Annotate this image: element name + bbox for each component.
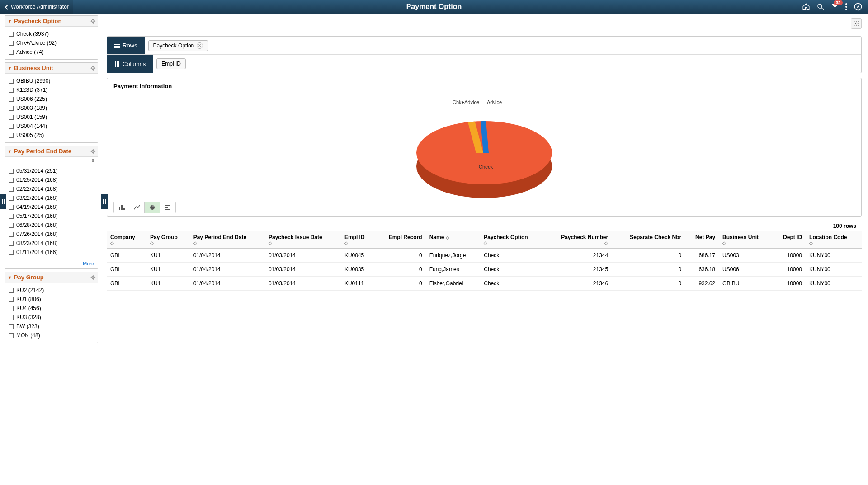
checkbox-icon[interactable] bbox=[9, 115, 14, 120]
facet-header-pay-group[interactable]: ▼ Pay Group ✥ bbox=[5, 272, 98, 283]
col-empl-record[interactable]: Empl Record bbox=[375, 231, 426, 249]
col-dept-id[interactable]: Dept ID bbox=[773, 231, 806, 249]
facet-item[interactable]: KU1 (806) bbox=[9, 295, 94, 304]
move-handle-icon[interactable]: ✥ bbox=[90, 18, 96, 25]
checkbox-icon[interactable] bbox=[9, 178, 14, 183]
settings-button[interactable] bbox=[851, 18, 862, 29]
facet-item[interactable]: Chk+Advice (92) bbox=[9, 38, 94, 47]
table-row[interactable]: GBIKU101/04/201401/03/2014KU00350Fung,Ja… bbox=[107, 263, 862, 277]
close-icon[interactable]: ✕ bbox=[197, 42, 203, 49]
gear-icon bbox=[853, 20, 859, 27]
bar-chart-button[interactable] bbox=[114, 202, 129, 213]
facet-header-business-unit[interactable]: ▼ Business Unit ✥ bbox=[5, 63, 98, 74]
chart-card: Payment Information Chk+Advice Advice Ch… bbox=[107, 78, 862, 217]
checkbox-icon[interactable] bbox=[9, 315, 14, 320]
facet-item[interactable]: Advice (74) bbox=[9, 47, 94, 57]
facet-item[interactable]: US001 (159) bbox=[9, 113, 94, 122]
line-chart-button[interactable] bbox=[129, 202, 145, 213]
checkbox-icon[interactable] bbox=[9, 306, 14, 311]
rows-drop-zone[interactable]: Rows Paycheck Option ✕ bbox=[107, 37, 861, 55]
move-handle-icon[interactable]: ✥ bbox=[90, 274, 96, 281]
col-net-pay[interactable]: Net Pay bbox=[685, 231, 719, 249]
col-location-code[interactable]: Location Code◇ bbox=[806, 231, 862, 249]
col-empl-id[interactable]: Empl ID◇ bbox=[341, 231, 375, 249]
facet-item[interactable]: 01/25/2014 (168) bbox=[9, 175, 94, 184]
col-separate-check[interactable]: Separate Check Nbr bbox=[612, 231, 685, 249]
checkbox-icon[interactable] bbox=[9, 288, 14, 293]
checkbox-icon[interactable] bbox=[9, 214, 14, 219]
facet-item[interactable]: Check (3937) bbox=[9, 29, 94, 38]
more-menu-icon[interactable] bbox=[845, 3, 847, 10]
table-row[interactable]: GBIKU101/04/201401/03/2014KU00450Enrique… bbox=[107, 249, 862, 263]
checkbox-icon[interactable] bbox=[9, 133, 14, 138]
move-handle-icon[interactable]: ✥ bbox=[90, 65, 96, 72]
checkbox-icon[interactable] bbox=[9, 196, 14, 201]
checkbox-icon[interactable] bbox=[9, 297, 14, 302]
facet-item[interactable]: 06/28/2014 (168) bbox=[9, 221, 94, 230]
facet-item[interactable]: 05/31/2014 (251) bbox=[9, 166, 94, 175]
facet-header-pay-period[interactable]: ▼ Pay Period End Date ✥ bbox=[5, 146, 98, 157]
columns-drop-zone[interactable]: Columns Empl ID bbox=[107, 55, 861, 73]
facet-item[interactable]: KU4 (456) bbox=[9, 304, 94, 313]
checkbox-icon[interactable] bbox=[9, 124, 14, 129]
collapse-panel-right[interactable] bbox=[101, 194, 108, 209]
col-paycheck-issue[interactable]: Paycheck Issue Date◇ bbox=[265, 231, 341, 249]
checkbox-icon[interactable] bbox=[9, 32, 14, 37]
checkbox-icon[interactable] bbox=[9, 324, 14, 329]
col-pay-period-end[interactable]: Pay Period End Date◇ bbox=[190, 231, 265, 249]
checkbox-icon[interactable] bbox=[9, 169, 14, 174]
facet-item[interactable]: 08/23/2014 (168) bbox=[9, 239, 94, 248]
facet-item[interactable]: US003 (189) bbox=[9, 104, 94, 113]
home-icon[interactable] bbox=[802, 3, 810, 11]
facet-item[interactable]: BW (323) bbox=[9, 322, 94, 331]
facet-item[interactable]: US005 (25) bbox=[9, 131, 94, 140]
move-handle-icon[interactable]: ✥ bbox=[90, 148, 96, 155]
sort-icon: ◇ bbox=[193, 240, 261, 245]
facet-item[interactable]: MON (48) bbox=[9, 331, 94, 340]
checkbox-icon[interactable] bbox=[9, 223, 14, 228]
facet-item[interactable]: US004 (144) bbox=[9, 122, 94, 131]
facet-item[interactable]: 04/19/2014 (168) bbox=[9, 202, 94, 212]
facet-item[interactable]: KU3 (328) bbox=[9, 313, 94, 322]
col-name[interactable]: Name ◇ bbox=[426, 231, 481, 249]
collapse-panel-left[interactable] bbox=[0, 194, 6, 209]
checkbox-icon[interactable] bbox=[9, 187, 14, 192]
col-company[interactable]: Company◇ bbox=[107, 231, 146, 249]
compass-icon[interactable] bbox=[854, 2, 863, 11]
facet-item[interactable]: 01/11/2014 (166) bbox=[9, 248, 94, 257]
facet-item[interactable]: 05/17/2014 (168) bbox=[9, 212, 94, 221]
facet-header-paycheck-option[interactable]: ▼ Paycheck Option ✥ bbox=[5, 16, 98, 27]
checkbox-icon[interactable] bbox=[9, 232, 14, 237]
checkbox-icon[interactable] bbox=[9, 241, 14, 246]
checkbox-icon[interactable] bbox=[9, 50, 14, 55]
table-row[interactable]: GBIKU101/04/201401/03/2014KU01110Fisher,… bbox=[107, 277, 862, 291]
notifications-icon[interactable]: 32 bbox=[831, 3, 839, 11]
checkbox-icon[interactable] bbox=[9, 106, 14, 111]
facet-item[interactable]: K12SD (371) bbox=[9, 85, 94, 94]
facet-item[interactable]: US006 (225) bbox=[9, 94, 94, 104]
facet-item[interactable]: KU2 (2142) bbox=[9, 286, 94, 295]
checkbox-icon[interactable] bbox=[9, 205, 14, 210]
facet-item[interactable]: 07/26/2014 (168) bbox=[9, 230, 94, 239]
chip-empl-id[interactable]: Empl ID bbox=[156, 58, 186, 69]
facet-item[interactable]: 03/22/2014 (168) bbox=[9, 193, 94, 202]
col-paycheck-option[interactable]: Paycheck Option◇ bbox=[480, 231, 544, 249]
col-pay-group[interactable]: Pay Group◇ bbox=[146, 231, 190, 249]
facet-item[interactable]: 02/22/2014 (168) bbox=[9, 184, 94, 193]
chip-paycheck-option[interactable]: Paycheck Option ✕ bbox=[148, 40, 208, 51]
facet-item[interactable]: GBIBU (2990) bbox=[9, 76, 94, 85]
col-paycheck-number[interactable]: Paycheck Number◇ bbox=[544, 231, 612, 249]
hbar-chart-button[interactable] bbox=[160, 202, 175, 213]
back-button[interactable]: Workforce Administrator bbox=[0, 0, 73, 14]
pie-chart-button[interactable] bbox=[145, 202, 160, 213]
checkbox-icon[interactable] bbox=[9, 41, 14, 46]
checkbox-icon[interactable] bbox=[9, 250, 14, 255]
checkbox-icon[interactable] bbox=[9, 333, 14, 338]
facet-more-link[interactable]: More bbox=[5, 259, 98, 268]
col-business-unit[interactable]: Business Unit◇ bbox=[719, 231, 773, 249]
checkbox-icon[interactable] bbox=[9, 79, 14, 84]
sort-icon[interactable]: ⬍ bbox=[5, 157, 98, 164]
checkbox-icon[interactable] bbox=[9, 88, 14, 93]
checkbox-icon[interactable] bbox=[9, 97, 14, 102]
search-icon[interactable] bbox=[816, 3, 825, 11]
